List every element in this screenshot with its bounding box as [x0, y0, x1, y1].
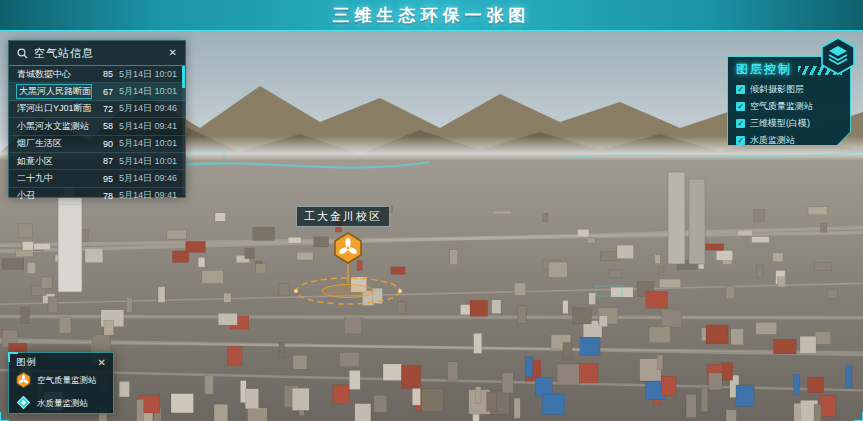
layer-item-label: 水质监测站 [750, 134, 795, 147]
legend-item-label: 空气质量监测站 [37, 375, 97, 387]
checkbox-checked-icon[interactable]: ✓ [736, 136, 745, 145]
corner-accent [854, 412, 863, 421]
station-row[interactable]: 青城数据中心855月14日 10:01 [9, 66, 185, 83]
air-station-marker-icon[interactable] [333, 232, 363, 268]
station-value: 78 [91, 191, 113, 201]
station-row[interactable]: 二十九中955月14日 09:46 [9, 170, 185, 187]
close-icon[interactable]: ✕ [98, 358, 106, 368]
app-header: 三维生态环保一张图 [0, 0, 863, 31]
layer-item[interactable]: ✓水质监测站 [736, 134, 842, 147]
station-time: 5月14日 09:41 [113, 189, 177, 202]
station-value: 95 [91, 174, 113, 184]
legend-items: 空气质量监测站水质量监测站 [16, 372, 106, 412]
station-time: 5月14日 10:01 [113, 155, 177, 168]
search-icon[interactable] [17, 48, 28, 59]
station-name: 青城数据中心 [17, 68, 91, 81]
layer-item[interactable]: ✓空气质量监测站 [736, 100, 842, 113]
station-name: 如意小区 [17, 155, 91, 168]
page-title: 三维生态环保一张图 [333, 4, 531, 27]
station-row[interactable]: 小黑河水文监测站585月14日 09:41 [9, 118, 185, 135]
station-time: 5月14日 09:46 [113, 172, 177, 185]
diamond-marker-icon [16, 395, 31, 412]
station-row[interactable]: 浑河出口YJ01断面725月14日 09:46 [9, 101, 185, 118]
hexagon-marker-icon [16, 372, 31, 390]
station-time: 5月14日 10:01 [113, 68, 177, 81]
checkbox-checked-icon[interactable]: ✓ [736, 85, 745, 94]
station-time: 5月14日 09:41 [113, 120, 177, 133]
station-name: 二十九中 [17, 172, 91, 185]
legend-item: 空气质量监测站 [16, 372, 106, 390]
station-row[interactable]: 小召785月14日 09:41 [9, 188, 185, 205]
station-time: 5月14日 10:01 [113, 85, 177, 98]
station-list-title: 空气站信息 [34, 46, 94, 61]
layer-item-label: 空气质量监测站 [750, 100, 813, 113]
station-name: 浑河出口YJ01断面 [17, 102, 91, 115]
layer-item[interactable]: ✓倾斜摄影图层 [736, 83, 842, 96]
checkbox-checked-icon[interactable]: ✓ [736, 119, 745, 128]
station-value: 87 [91, 156, 113, 166]
scrollbar-thumb[interactable] [182, 66, 185, 88]
layer-item-label: 三维模型(白模) [750, 117, 810, 130]
station-list-panel: 空气站信息 ✕ 青城数据中心855月14日 10:01大黑河人民路断面675月1… [8, 40, 186, 198]
station-value: 72 [91, 104, 113, 114]
layer-item-label: 倾斜摄影图层 [750, 83, 804, 96]
station-value: 85 [91, 69, 113, 79]
scrollbar-track [182, 66, 185, 195]
legend-item: 水质量监测站 [16, 395, 106, 412]
station-row[interactable]: 烟厂生活区905月14日 10:01 [9, 136, 185, 153]
layer-control-button[interactable] [818, 36, 858, 76]
station-name: 小黑河水文监测站 [17, 120, 91, 133]
legend-title: 图例 [16, 356, 37, 369]
station-row[interactable]: 大黑河人民路断面675月14日 10:01 [9, 83, 185, 100]
layers-icon [818, 36, 858, 76]
close-icon[interactable]: ✕ [169, 48, 177, 58]
legend-item-label: 水质量监测站 [37, 398, 88, 410]
station-name: 烟厂生活区 [17, 137, 91, 150]
station-value: 90 [91, 139, 113, 149]
layer-item[interactable]: ✓三维模型(白模) [736, 117, 842, 130]
station-time: 5月14日 10:01 [113, 137, 177, 150]
station-value: 58 [91, 121, 113, 131]
corner-accent [8, 352, 18, 362]
station-list-header: 空气站信息 ✕ [9, 41, 185, 66]
app: 工大金川校区 三维生态环保一张图 空气站信息 ✕ 青城数据中心855月14日 1… [0, 0, 863, 421]
map-legend-panel: 图例 ✕ 空气质量监测站水质量监测站 [8, 352, 114, 414]
layer-panel-title: 图层控制 [736, 61, 792, 78]
station-name: 大黑河人民路断面 [17, 85, 91, 98]
station-value: 67 [91, 87, 113, 97]
station-row[interactable]: 如意小区875月14日 10:01 [9, 153, 185, 170]
map-station-label[interactable]: 工大金川校区 [296, 206, 390, 227]
station-rows: 青城数据中心855月14日 10:01大黑河人民路断面675月14日 10:01… [9, 66, 185, 205]
station-name: 小召 [17, 189, 91, 202]
checkbox-checked-icon[interactable]: ✓ [736, 102, 745, 111]
station-time: 5月14日 09:46 [113, 102, 177, 115]
